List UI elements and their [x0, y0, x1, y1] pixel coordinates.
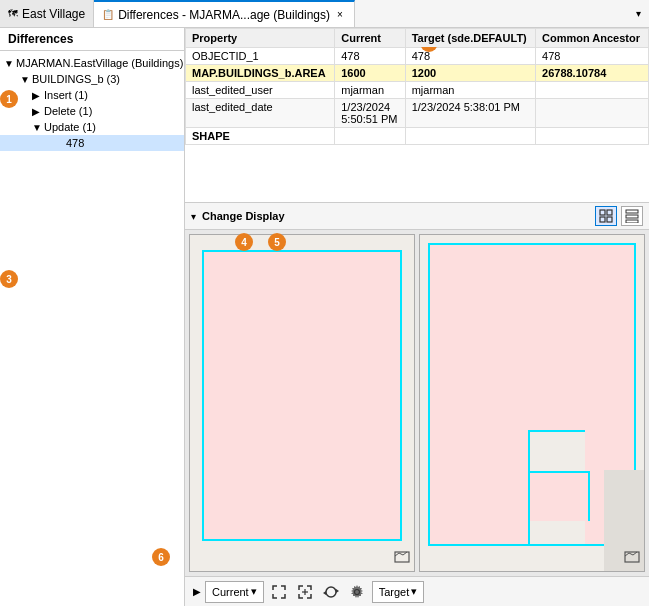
target-area: 1200: [405, 65, 535, 82]
table-row-area: MAP.BUILDINGS_b.AREA 1600 1200 26788.107…: [186, 65, 649, 82]
tree-container: ▼ MJARMAN.EastVillage (Buildings) (3) ▼ …: [0, 51, 184, 606]
tab-dropdown-arrow[interactable]: ▾: [628, 8, 649, 19]
col-current: Current: [335, 29, 405, 48]
list-view-button[interactable]: [621, 206, 643, 226]
target-shape: [405, 128, 535, 145]
current-dropdown-arrow: ▾: [251, 585, 257, 598]
current-date: 1/23/20245:50:51 PM: [335, 99, 405, 128]
toolbar-arrow[interactable]: ▶: [193, 586, 201, 597]
bottom-toolbar: ▶ Current ▾: [185, 576, 649, 606]
map-corner-icon-right: [624, 548, 640, 567]
diff-icon: 📋: [102, 9, 114, 20]
tree-label-0: MJARMAN.EastVillage (Buildings) (3): [16, 57, 184, 69]
target-dropdown-label: Target: [379, 586, 410, 598]
map-bg-current: [190, 235, 414, 571]
title-bar: 🗺 East Village 📋 Differences - MJARMA...…: [0, 0, 649, 28]
ancestor-area: 26788.10784: [536, 65, 649, 82]
maps-container: [185, 230, 649, 576]
ancestor-user: [536, 82, 649, 99]
map-panel-target: [419, 234, 645, 572]
settings-button[interactable]: [346, 581, 368, 603]
map-corner-icon-left: [394, 548, 410, 567]
differences-tab-label: Differences: [0, 28, 184, 51]
tab-differences[interactable]: 📋 Differences - MJARMA...age (Buildings)…: [94, 0, 355, 27]
notch-top: [528, 471, 591, 521]
expand-icon-1[interactable]: ▼: [20, 74, 32, 85]
tree-item-insert[interactable]: ▶ Insert (1): [0, 87, 184, 103]
list-icon: [625, 209, 639, 223]
tree-label-3: Delete (1): [44, 105, 92, 117]
col-ancestor: Common Ancestor: [536, 29, 649, 48]
tree-item-update[interactable]: ▼ Update (1): [0, 119, 184, 135]
svg-rect-2: [600, 217, 605, 222]
table-row: OBJECTID_1 478 478 478: [186, 48, 649, 65]
tree-label-1: BUILDINGS_b (3): [32, 73, 120, 85]
ancestor-shape: [536, 128, 649, 145]
expand-icon-0[interactable]: ▼: [4, 58, 16, 69]
gear-icon: [349, 584, 365, 600]
table-row-date: last_edited_date 1/23/20245:50:51 PM 1/2…: [186, 99, 649, 128]
tree-item-mjarman[interactable]: ▼ MJARMAN.EastVillage (Buildings) (3): [0, 55, 184, 71]
table-row-user: last_edited_user mjarman mjarman: [186, 82, 649, 99]
badge-6: 6: [152, 548, 170, 566]
sync-icon: [323, 584, 339, 600]
tree-item-delete[interactable]: ▶ Delete (1): [0, 103, 184, 119]
col-target: Target (sde.DEFAULT): [405, 29, 535, 48]
badge-3: 3: [0, 270, 18, 288]
current-area: 1600: [335, 65, 405, 82]
svg-rect-7: [395, 552, 409, 562]
target-dropdown[interactable]: Target ▾: [372, 581, 425, 603]
current-shape: [335, 128, 405, 145]
current-dropdown[interactable]: Current ▾: [205, 581, 264, 603]
ancestor-objectid: 478: [536, 48, 649, 65]
svg-rect-1: [607, 210, 612, 215]
badge-4: 4: [235, 233, 253, 251]
tab-east-village[interactable]: 🗺 East Village: [0, 0, 94, 27]
svg-rect-3: [607, 217, 612, 222]
current-dropdown-label: Current: [212, 586, 249, 598]
properties-table-container: Property Current Target (sde.DEFAULT) Co…: [185, 28, 649, 203]
svg-rect-5: [626, 215, 638, 218]
target-date: 1/23/2024 5:38:01 PM: [405, 99, 535, 128]
current-user: mjarman: [335, 82, 405, 99]
expand-icon-3[interactable]: ▶: [32, 106, 44, 117]
expand-icon-4[interactable]: ▼: [32, 122, 44, 133]
change-display-label: Change Display: [202, 210, 591, 222]
badge-1: 1: [0, 90, 18, 108]
tab2-close-button[interactable]: ×: [334, 8, 346, 21]
svg-rect-0: [600, 210, 605, 215]
map-bg-target: [420, 235, 644, 571]
sync-button[interactable]: [320, 581, 342, 603]
change-display-header: ▾ Change Display: [185, 203, 649, 230]
prop-area: MAP.BUILDINGS_b.AREA: [186, 65, 335, 82]
svg-rect-4: [626, 210, 638, 213]
tree-item-buildings[interactable]: ▼ BUILDINGS_b (3): [0, 71, 184, 87]
zoom-extents-button[interactable]: [294, 581, 316, 603]
grid-view-button[interactable]: [595, 206, 617, 226]
building-shape-current: [202, 250, 402, 541]
map-panel-current: [189, 234, 415, 572]
expand-icon-2[interactable]: ▶: [32, 90, 44, 101]
tab2-label: Differences - MJARMA...age (Buildings): [118, 8, 330, 22]
prop-shape: SHAPE: [186, 128, 335, 145]
collapse-arrow[interactable]: ▾: [191, 211, 196, 222]
expand-icon-5: [54, 138, 66, 149]
svg-marker-12: [323, 591, 326, 595]
current-objectid: 478: [335, 48, 405, 65]
target-dropdown-arrow: ▾: [411, 585, 417, 598]
ancestor-date: [536, 99, 649, 128]
prop-date: last_edited_date: [186, 99, 335, 128]
tab1-label: East Village: [22, 7, 85, 21]
tree-item-478[interactable]: 478: [0, 135, 184, 151]
expand-extents-button[interactable]: [268, 581, 290, 603]
prop-objectid: OBJECTID_1: [186, 48, 335, 65]
target-user: mjarman: [405, 82, 535, 99]
zoom-icon: [297, 584, 313, 600]
main-container: Differences ▼ MJARMAN.EastVillage (Build…: [0, 28, 649, 606]
left-panel: Differences ▼ MJARMAN.EastVillage (Build…: [0, 28, 185, 606]
expand-icon: [271, 584, 287, 600]
svg-rect-8: [625, 552, 639, 562]
tree-label-2: Insert (1): [44, 89, 88, 101]
table-row-shape: SHAPE: [186, 128, 649, 145]
col-property: Property: [186, 29, 335, 48]
